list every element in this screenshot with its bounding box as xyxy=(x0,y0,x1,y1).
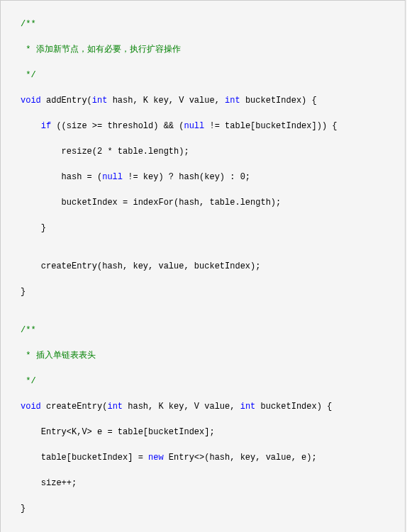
code-line: * 添加新节点，如有必要，执行扩容操作 xyxy=(4,43,405,56)
code-line: void createEntry(int hash, K key, V valu… xyxy=(4,400,405,413)
keyword: null xyxy=(184,121,204,131)
code-text: != table[bucketIndex])) { xyxy=(204,121,337,131)
code-text: createEntry( xyxy=(41,402,108,412)
code-line: size++; xyxy=(4,477,405,489)
code-text: } xyxy=(21,287,26,297)
code-line: } xyxy=(4,222,405,234)
code-text: createEntry(hash, key, value, bucketInde… xyxy=(21,261,260,271)
code-line: void addEntry(int hash, K key, V value, … xyxy=(4,94,405,107)
code-text: != key) ? hash(key) : 0; xyxy=(123,172,250,182)
code-line: /** xyxy=(4,18,405,30)
code-text: } xyxy=(21,223,46,233)
code-text: hash, K key, V value, xyxy=(123,402,240,412)
code-text: size++; xyxy=(21,478,77,488)
code-line: * 插入单链表表头 xyxy=(4,349,405,362)
code-text: } xyxy=(21,504,26,514)
keyword: null xyxy=(102,172,123,182)
code-line: /** xyxy=(4,324,405,336)
code-text: hash = ( xyxy=(21,172,102,182)
code-text: bucketIndex) { xyxy=(240,96,317,106)
code-line: */ xyxy=(4,69,405,81)
comment: /** xyxy=(21,19,36,29)
keyword: int xyxy=(240,402,256,412)
keyword: int xyxy=(225,96,240,106)
keyword: int xyxy=(92,96,108,106)
code-line: if ((size >= threshold) && (null != tabl… xyxy=(4,120,405,132)
code-text: hash, K key, V value, xyxy=(107,96,225,106)
code-line: */ xyxy=(4,375,405,387)
comment: /** xyxy=(21,325,36,335)
keyword: if xyxy=(41,121,51,131)
code-line: hash = (null != key) ? hash(key) : 0; xyxy=(4,171,405,183)
code-line: } xyxy=(4,502,405,515)
code-text: bucketIndex) { xyxy=(255,402,332,412)
code-line: table[bucketIndex] = new Entry<>(hash, k… xyxy=(4,451,405,464)
code-line: Entry<K,V> e = table[bucketIndex]; xyxy=(4,426,405,438)
code-text: ((size >= threshold) && ( xyxy=(51,121,184,131)
code-text: bucketIndex = indexFor(hash, table.lengt… xyxy=(21,198,281,208)
keyword: void xyxy=(21,96,41,106)
keyword: void xyxy=(21,402,41,412)
code-text: resize(2 * table.length); xyxy=(21,147,189,157)
code-line: bucketIndex = indexFor(hash, table.lengt… xyxy=(4,196,405,209)
code-block: /** * 添加新节点，如有必要，执行扩容操作 */ void addEntry… xyxy=(0,0,406,532)
code-text: Entry<K,V> e = table[bucketIndex]; xyxy=(21,427,215,437)
code-text: addEntry( xyxy=(41,96,92,106)
code-text: Entry<>(hash, key, value, e); xyxy=(164,453,317,463)
keyword: int xyxy=(107,402,123,412)
comment: */ xyxy=(21,376,36,386)
code-text xyxy=(21,121,41,131)
keyword: new xyxy=(148,453,164,463)
comment: * 添加新节点，如有必要，执行扩容操作 xyxy=(21,45,181,55)
code-text: table[bucketIndex] = xyxy=(21,453,148,463)
comment: */ xyxy=(21,70,36,80)
code-line: createEntry(hash, key, value, bucketInde… xyxy=(4,260,405,273)
code-line: } xyxy=(4,285,405,298)
code-line: resize(2 * table.length); xyxy=(4,145,405,158)
comment: * 插入单链表表头 xyxy=(21,351,96,361)
